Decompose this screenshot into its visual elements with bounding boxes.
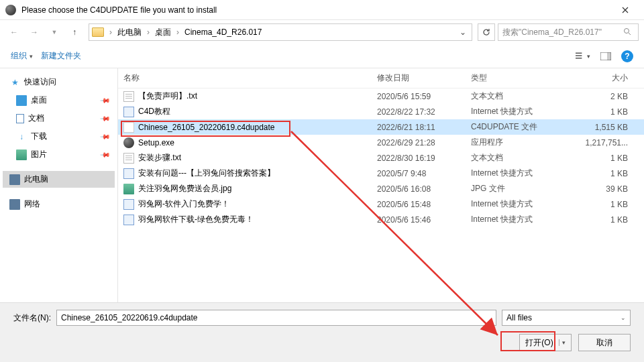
- breadcrumb-seg-thispc[interactable]: 此电脑: [115, 25, 144, 40]
- file-size: 1 KB: [572, 154, 639, 163]
- chevron-down-icon: ▾: [30, 53, 33, 60]
- address-dropdown[interactable]: ⌄: [457, 27, 469, 37]
- file-name: 羽兔网-软件入门免费学！: [138, 198, 229, 210]
- file-name: C4D教程: [138, 106, 170, 117]
- pin-icon: 📌: [100, 149, 111, 160]
- file-icon: [123, 153, 134, 164]
- file-type: C4DUPDATE 文件: [471, 121, 572, 133]
- search-input[interactable]: 搜索"Cinema_4D_R26.017": [498, 23, 639, 41]
- download-icon: ↓: [16, 131, 27, 142]
- nav-back-button[interactable]: ←: [5, 23, 23, 41]
- window-title: Please choose the C4DUPDATE file you wan…: [21, 5, 612, 15]
- file-icon: [123, 122, 134, 133]
- column-header-date[interactable]: 修改日期: [377, 72, 471, 84]
- refresh-button[interactable]: [478, 23, 495, 41]
- breadcrumb-seg-desktop[interactable]: 桌面: [152, 25, 174, 40]
- file-date: 2022/8/22 17:32: [377, 107, 471, 117]
- nav-up-button[interactable]: ↑: [66, 23, 83, 41]
- file-size: 2 KB: [572, 92, 639, 101]
- view-options-button[interactable]: ▾: [576, 49, 590, 64]
- sidebar-item-quick-access[interactable]: ★ 快速访问: [3, 74, 115, 90]
- file-row[interactable]: 羽兔网-软件入门免费学！2020/5/6 15:48Internet 快捷方式1…: [118, 196, 644, 212]
- file-date: 2022/6/29 21:28: [377, 138, 471, 147]
- file-size: 1,515 KB: [572, 123, 639, 132]
- file-date: 2020/5/6 15:59: [377, 92, 471, 101]
- file-type-filter[interactable]: All files ⌄: [502, 310, 631, 326]
- close-button[interactable]: [612, 0, 639, 20]
- nav-forward-button[interactable]: →: [25, 23, 43, 41]
- file-date: 2020/5/6 15:48: [377, 200, 471, 209]
- file-icon: [123, 107, 134, 117]
- file-name: 安装有问题---【上羽兔问答搜索答案】: [138, 168, 275, 179]
- file-name: 安装步骤.txt: [138, 152, 181, 164]
- open-dropdown[interactable]: ▾: [559, 339, 566, 346]
- sidebar-item-thispc[interactable]: 此电脑: [3, 171, 115, 188]
- column-header-name[interactable]: 名称: [123, 72, 377, 84]
- chevron-right-icon: ›: [175, 27, 180, 37]
- file-list: 名称 修改日期 类型 大小 【免责声明】.txt2020/5/6 15:59文本…: [118, 68, 644, 307]
- pin-icon: 📌: [100, 113, 111, 123]
- new-folder-button[interactable]: 新建文件夹: [41, 50, 81, 62]
- chevron-right-icon: ›: [108, 27, 113, 37]
- breadcrumb-seg-folder[interactable]: Cinema_4D_R26.017: [182, 26, 264, 38]
- navigation-pane: ★ 快速访问 桌面📌 文档📌 ↓ 下载📌 图片📌 此电脑 网络: [0, 68, 118, 307]
- organize-menu[interactable]: 组织 ▾: [11, 50, 33, 62]
- file-type: JPG 文件: [471, 183, 572, 194]
- file-size: 39 KB: [572, 184, 639, 194]
- sidebar-item-network[interactable]: 网络: [3, 196, 115, 213]
- app-icon: [5, 5, 16, 15]
- document-icon: [16, 114, 24, 123]
- pin-icon: 📌: [100, 95, 111, 105]
- cancel-button[interactable]: 取消: [578, 334, 631, 351]
- file-row[interactable]: 【免责声明】.txt2020/5/6 15:59文本文档2 KB: [118, 88, 644, 104]
- star-icon: ★: [9, 77, 20, 88]
- file-icon: [123, 91, 134, 102]
- sidebar-item-pictures[interactable]: 图片📌: [3, 146, 115, 163]
- chevron-right-icon: ›: [146, 27, 151, 37]
- file-row[interactable]: Chinese_26105_20220619.c4dupdate2022/6/2…: [118, 119, 644, 135]
- file-size: 1,217,751...: [572, 138, 639, 147]
- file-row[interactable]: 安装有问题---【上羽兔问答搜索答案】2020/5/7 9:48Internet…: [118, 166, 644, 181]
- file-size: 1 KB: [572, 107, 639, 117]
- network-icon: [9, 199, 20, 210]
- folder-icon: [92, 27, 104, 37]
- file-row[interactable]: 安装步骤.txt2022/8/30 16:19文本文档1 KB: [118, 150, 644, 166]
- open-button[interactable]: 打开(O) ▾: [519, 334, 572, 351]
- file-type: 应用程序: [471, 137, 572, 148]
- file-date: 2020/5/6 15:46: [377, 215, 471, 225]
- file-type: Internet 快捷方式: [471, 198, 572, 210]
- filename-input[interactable]: [56, 310, 496, 326]
- file-type: Internet 快捷方式: [471, 214, 572, 225]
- nav-recent-dropdown[interactable]: ▼: [46, 23, 63, 41]
- file-icon: [123, 215, 134, 225]
- search-placeholder: 搜索"Cinema_4D_R26.017": [502, 27, 602, 38]
- file-row[interactable]: 关注羽兔网免费送会员.jpg2020/5/6 16:08JPG 文件39 KB: [118, 181, 644, 196]
- file-icon: [123, 184, 134, 194]
- file-size: 1 KB: [572, 215, 639, 225]
- file-type: 文本文档: [471, 90, 572, 102]
- address-bar[interactable]: › 此电脑 › 桌面 › Cinema_4D_R26.017 ⌄: [89, 23, 472, 41]
- pictures-icon: [16, 149, 27, 160]
- file-name: Chinese_26105_20220619.c4dupdate: [138, 123, 275, 132]
- file-icon: [123, 199, 134, 210]
- filename-label: 文件名(N):: [13, 312, 51, 324]
- file-row[interactable]: Setup.exe2022/6/29 21:28应用程序1,217,751...: [118, 135, 644, 150]
- column-header-type[interactable]: 类型: [471, 72, 572, 84]
- file-row[interactable]: 羽兔网软件下载-绿色免费无毒！2020/5/6 15:46Internet 快捷…: [118, 212, 644, 227]
- pin-icon: 📌: [100, 131, 111, 141]
- file-name: Setup.exe: [138, 138, 174, 147]
- sidebar-item-desktop[interactable]: 桌面📌: [3, 92, 115, 109]
- sidebar-item-documents[interactable]: 文档📌: [3, 110, 115, 127]
- file-row[interactable]: C4D教程2022/8/22 17:32Internet 快捷方式1 KB: [118, 104, 644, 119]
- file-date: 2022/6/21 18:11: [377, 123, 471, 132]
- file-size: 1 KB: [572, 200, 639, 209]
- preview-pane-button[interactable]: [598, 49, 613, 64]
- file-type: Internet 快捷方式: [471, 168, 572, 179]
- column-header-size[interactable]: 大小: [572, 72, 639, 84]
- file-name: 羽兔网软件下载-绿色免费无毒！: [138, 214, 254, 225]
- desktop-icon: [16, 95, 27, 106]
- help-button[interactable]: ?: [621, 50, 633, 62]
- sidebar-item-downloads[interactable]: ↓ 下载📌: [3, 128, 115, 145]
- file-type: Internet 快捷方式: [471, 106, 572, 117]
- file-date: 2020/5/6 16:08: [377, 184, 471, 194]
